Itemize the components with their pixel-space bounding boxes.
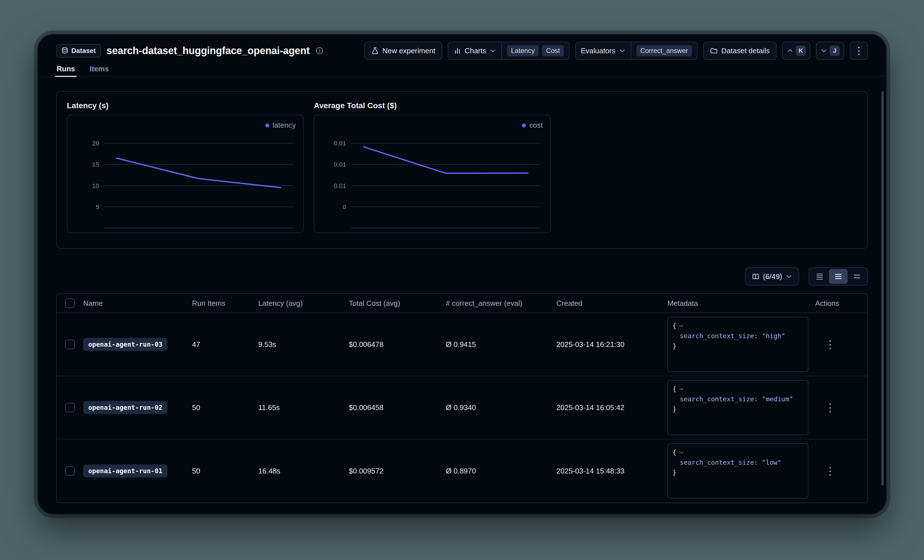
row-actions-button[interactable]: ⋮ [815, 339, 836, 350]
latency-chart-title: Latency (s) [67, 101, 304, 110]
more-options-button[interactable]: ⋮ [850, 42, 868, 60]
legend-dot [266, 123, 269, 127]
collapse-chevron-icon[interactable] [679, 386, 684, 392]
tab-items[interactable]: Items [90, 64, 109, 76]
bar-chart-icon [453, 47, 461, 55]
column-header-correct-answer[interactable]: # correct_answer (eval) [446, 299, 556, 308]
chart-badges: Latency Cost [502, 42, 569, 59]
metadata-key: search_context_size [680, 459, 754, 466]
database-icon [61, 47, 69, 54]
new-experiment-button[interactable]: New experiment [364, 42, 442, 60]
correct-answer-value: Ø 0.9340 [446, 403, 556, 412]
cost-chart-card: cost 0.010.010.010 [314, 115, 550, 233]
chart-badge-cost[interactable]: Cost [542, 45, 564, 56]
run-items-value: 47 [192, 340, 258, 349]
latency-chart-legend: latency [266, 121, 296, 130]
row-height-small-button[interactable] [810, 269, 829, 284]
runs-table: Name Run Items Latency (avg) Total Cost … [56, 293, 868, 503]
metadata-value: "medium" [762, 395, 793, 403]
metadata-key: search_context_size [680, 395, 754, 403]
next-item-button[interactable]: J [816, 42, 844, 60]
evaluators-dropdown-button[interactable]: Evaluators [576, 42, 631, 59]
run-name-badge[interactable]: openai-agent-run-03 [83, 338, 168, 351]
dataset-badge-label: Dataset [71, 47, 96, 55]
column-header-name[interactable]: Name [83, 299, 192, 308]
cost-chart-block: Average Total Cost ($) cost 0.010.010.01… [314, 101, 550, 239]
row-height-toggle [808, 268, 868, 286]
row-checkbox[interactable] [65, 403, 75, 412]
run-name-badge[interactable]: openai-agent-run-02 [83, 401, 168, 414]
metadata-key: search_context_size [680, 332, 754, 340]
chevron-down-icon [489, 47, 496, 54]
column-selector-button[interactable]: (6/49) [745, 268, 799, 286]
rows-tall-icon [853, 272, 861, 281]
dataset-details-button[interactable]: Dataset details [703, 42, 777, 60]
keycap-j: J [830, 46, 840, 56]
row-actions-button[interactable]: ⋮ [815, 466, 836, 476]
charts-dropdown-label: Charts [465, 46, 486, 55]
row-actions-button[interactable]: ⋮ [815, 402, 836, 413]
chevron-down-icon [786, 273, 792, 280]
charts-dropdown-button[interactable]: Charts [448, 42, 502, 59]
svg-text:0.01: 0.01 [334, 161, 346, 168]
rows-dense-icon [816, 272, 824, 281]
scrollbar-thumb[interactable] [881, 91, 884, 486]
table-header-row: Name Run Items Latency (avg) Total Cost … [57, 294, 867, 313]
svg-text:5: 5 [96, 203, 99, 211]
correct-answer-value: Ø 0.8970 [446, 467, 556, 475]
total-cost-avg-value: $0.006478 [349, 340, 446, 349]
table-controls: (6/49) [56, 268, 868, 286]
header-actions: New experiment Charts Latency Cost [364, 42, 868, 60]
row-checkbox[interactable] [65, 340, 75, 349]
svg-text:0.01: 0.01 [334, 182, 346, 189]
svg-text:15: 15 [92, 161, 99, 168]
correct-answer-value: Ø 0.9415 [446, 340, 556, 349]
run-name-badge[interactable]: openai-agent-run-01 [83, 464, 168, 478]
cost-chart-title: Average Total Cost ($) [314, 101, 550, 110]
column-header-total-cost[interactable]: Total Cost (avg) [349, 299, 446, 308]
charts-panel: Latency (s) latency 2015105 Average Tota… [56, 91, 868, 249]
table-row[interactable]: openai-agent-run-01 50 16.48s $0.009572 … [57, 439, 867, 503]
chevron-down-icon [820, 47, 827, 54]
row-checkbox[interactable] [65, 466, 75, 476]
evaluators-dropdown-label: Evaluators [581, 46, 615, 55]
evaluator-badge-correct-answer[interactable]: Correct_answer [636, 45, 692, 56]
info-icon[interactable] [315, 46, 324, 55]
metadata-json-box[interactable]: { search_context_size: "medium" } [668, 380, 808, 435]
column-header-metadata[interactable]: Metadata [668, 299, 815, 308]
latency-chart-card: latency 2015105 [67, 115, 304, 233]
charts-control-group: Charts Latency Cost [448, 42, 570, 60]
previous-item-button[interactable]: K [782, 42, 810, 60]
chevron-down-icon [619, 47, 626, 54]
table-row[interactable]: openai-agent-run-03 47 9.53s $0.006478 Ø… [57, 313, 867, 376]
evaluator-badges: Correct_answer [632, 42, 697, 59]
column-header-created[interactable]: Created [556, 299, 668, 308]
run-items-value: 50 [192, 467, 258, 475]
kebab-icon: ⋮ [854, 45, 864, 57]
svg-text:10: 10 [92, 182, 99, 189]
run-items-value: 50 [192, 403, 258, 412]
column-header-run-items[interactable]: Run Items [192, 299, 258, 308]
column-header-latency[interactable]: Latency (avg) [258, 299, 349, 308]
row-height-large-button[interactable] [848, 269, 866, 284]
collapse-chevron-icon[interactable] [679, 449, 684, 455]
select-all-checkbox[interactable] [65, 298, 75, 308]
tab-bar: Runs Items [38, 61, 886, 77]
chart-badge-latency[interactable]: Latency [507, 45, 538, 56]
collapse-chevron-icon[interactable] [679, 323, 684, 329]
app-window: Dataset search-dataset_huggingface_opena… [37, 34, 887, 515]
latency-line-chart: 2015105 [68, 115, 303, 232]
latency-avg-value: 9.53s [258, 340, 349, 349]
total-cost-avg-value: $0.006458 [349, 403, 446, 412]
rows-medium-icon [834, 272, 843, 281]
tab-runs[interactable]: Runs [57, 64, 75, 76]
total-cost-avg-value: $0.009572 [349, 467, 446, 475]
keycap-k: K [796, 46, 806, 56]
table-row[interactable]: openai-agent-run-02 50 11.65s $0.006458 … [57, 376, 867, 439]
column-selector-count: (6/49) [763, 272, 782, 281]
dataset-details-label: Dataset details [721, 46, 770, 55]
row-height-medium-button[interactable] [829, 269, 848, 284]
metadata-json-box[interactable]: { search_context_size: "low" } [668, 443, 808, 499]
columns-icon [752, 273, 760, 280]
metadata-json-box[interactable]: { search_context_size: "high" } [668, 317, 808, 372]
